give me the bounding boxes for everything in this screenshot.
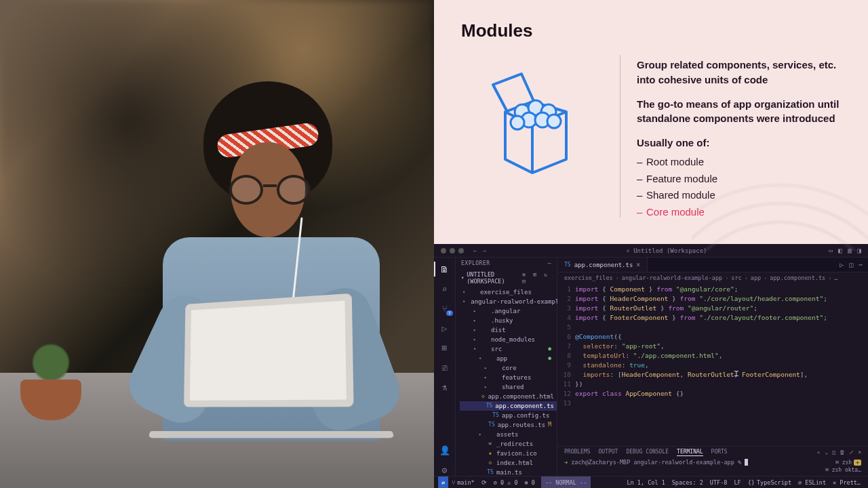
layout-panel-icon[interactable]: ▭ [829,247,833,254]
tree-folder[interactable]: ▸.angular [460,306,557,316]
box-illustration-icon [461,58,604,186]
tree-file[interactable]: TSapp.routes.tsM [460,420,557,430]
add-terminal-icon[interactable]: ＋ [816,449,821,456]
tree-folder[interactable]: ▸features [460,373,557,382]
tree-label: app.routes.ts [498,421,545,429]
tree-label: src [491,345,502,353]
window-controls[interactable] [434,248,471,253]
panel-tab[interactable]: PORTS [711,449,728,456]
editor-tab[interactable]: TS app.component.ts × [557,258,648,272]
search-icon[interactable]: ⌕ [626,247,629,254]
slide-title: Modules [461,20,841,41]
settings-gear-icon[interactable]: ⚙ [439,464,451,476]
tree-file[interactable]: TSapp.config.ts [460,411,557,420]
breadcrumb-item[interactable]: exercise_files [564,274,613,281]
tree-label: app [496,354,507,363]
account-icon[interactable]: 👤 [439,444,451,456]
more-icon[interactable]: ⋯ [548,260,551,266]
kill-terminal-icon[interactable]: 🗑 [840,449,845,455]
tree-folder[interactable]: ▸node_modules [460,335,557,344]
debug-icon[interactable]: ▷ [439,322,451,334]
layout-right-icon[interactable]: ◨ [857,247,861,254]
tree-file[interactable]: ≡_redirects [460,439,557,449]
workspace-header[interactable]: ▾ UNTITLED (WORKSPACE) ⊕ ⊞ ↻ ⊟ [456,269,557,287]
language-mode[interactable]: {} TypeScript [745,476,795,488]
split-editor-icon[interactable]: ◫ [849,261,853,268]
terminal-prompt[interactable]: ➜ zach@Zacharys-MBP angular-realworld-ex… [564,459,748,476]
git-status-badge: ● [548,354,551,363]
tab-label: app.component.ts [574,262,633,268]
explorer-icon[interactable]: 🗎 [439,263,451,275]
problems-status[interactable]: ⊘ 0 ⚠ 0 [490,476,521,488]
tree-folder[interactable]: ▸core [460,363,557,373]
tree-label: app.component.html [488,392,554,401]
bottom-panel: PROBLEMSOUTPUTDEBUG CONSOLETERMINALPORTS… [557,446,868,476]
split-terminal-icon[interactable]: ◫ [832,449,835,455]
tree-label: exercise_files [480,288,532,296]
close-panel-icon[interactable]: × [858,449,861,455]
layout-split-icon[interactable]: ▥ [848,247,852,254]
tree-folder[interactable]: ▾angular-realworld-example-app● [460,297,557,306]
close-icon[interactable]: × [636,261,640,268]
explorer-actions[interactable]: ⊕ ⊞ ↻ ⊟ [522,271,551,285]
tree-file[interactable]: TSapp.component.ts [460,401,557,411]
eol-status[interactable]: LF [730,476,744,488]
nav-back-icon[interactable]: ← [473,247,477,254]
tree-file[interactable]: ◇index.html [460,458,557,468]
cursor-position[interactable]: Ln 1, Col 1 [623,476,668,488]
git-branch[interactable]: ⑂ main* [448,476,478,488]
breadcrumb-item[interactable]: angular-realworld-example-app [622,274,722,281]
tree-folder[interactable]: ▸assets [460,430,557,439]
file-icon: ◇ [487,459,494,467]
tree-folder[interactable]: ▾app● [460,354,557,363]
tree-file[interactable]: ◇app.component.html [460,392,557,401]
tree-folder[interactable]: ▸dist [460,325,557,335]
ports-status[interactable]: ⊕ 0 [521,476,538,488]
panel-tab[interactable]: OUTPUT [599,449,618,456]
vscode-window: ← → ⌕ Untitled (Workspace) ▭ ◧ ▥ ◨ 🗎 ⌕ ⑂… [434,244,868,488]
run-icon[interactable]: ▷ [840,261,844,268]
breadcrumbs[interactable]: exercise_files›angular-realworld-example… [557,272,868,283]
tree-label: dist [491,326,506,334]
eslint-status[interactable]: ⊘ ESLint [795,476,829,488]
source-control-icon[interactable]: ⑂7 [439,302,451,314]
layout-sidebar-icon[interactable]: ◧ [838,247,842,254]
prettier-status[interactable]: ✕ Prett… [829,476,864,488]
indent-status[interactable]: Spaces: 2 [669,476,707,488]
editor-tabs: TS app.component.ts × ▷ ◫ ⋯ [557,258,868,272]
nav-forward-icon[interactable]: → [482,247,486,254]
tree-folder[interactable]: ▾exercise_files [460,287,557,297]
panel-tab[interactable]: PROBLEMS [564,449,591,456]
extensions-icon[interactable]: ⊞ [439,342,451,354]
breadcrumb-item[interactable]: app [751,274,761,281]
panel-tab[interactable]: DEBUG CONSOLE [626,449,669,456]
slide-list-item: Shared module [637,188,841,203]
maximize-panel-icon[interactable]: ⤢ [849,449,854,455]
encoding-status[interactable]: UTF-8 [707,476,731,488]
tree-label: app.config.ts [502,411,549,420]
breadcrumb-item[interactable]: src [731,274,741,281]
remote-icon[interactable]: ⎚ [439,361,451,373]
tree-folder[interactable]: ▾src● [460,344,557,354]
git-sync[interactable]: ⟳ [478,476,490,488]
svg-point-5 [547,115,561,128]
remote-indicator[interactable]: ⇄ [438,476,448,488]
tree-label: index.html [496,459,533,467]
search-activity-icon[interactable]: ⌕ [439,283,451,295]
panel-tab[interactable]: TERMINAL [677,449,703,456]
breadcrumb-item[interactable]: app.component.ts [770,274,825,281]
testing-icon[interactable]: ⚗ [439,381,451,393]
tree-folder[interactable]: ▸shared [460,382,557,392]
slide-list-item: Feature module [637,171,841,186]
breadcrumb-item[interactable]: … [834,274,837,281]
tree-folder[interactable]: ▸.husky [460,316,557,325]
terminal-list[interactable]: ⌘ zsh+ ⌘ zsh okta… [825,459,861,476]
tree-file[interactable]: ★favicon.ico [460,449,557,458]
code-editor[interactable]: 12345678910111213 import { Component } f… [557,283,868,446]
tree-label: shared [502,383,524,391]
more-icon[interactable]: ⋯ [859,261,863,268]
stock-photo [0,0,434,488]
tree-label: _redirects [496,440,533,448]
terminal-dropdown-icon[interactable]: ⌄ [825,449,829,455]
file-icon: TS [486,402,493,410]
